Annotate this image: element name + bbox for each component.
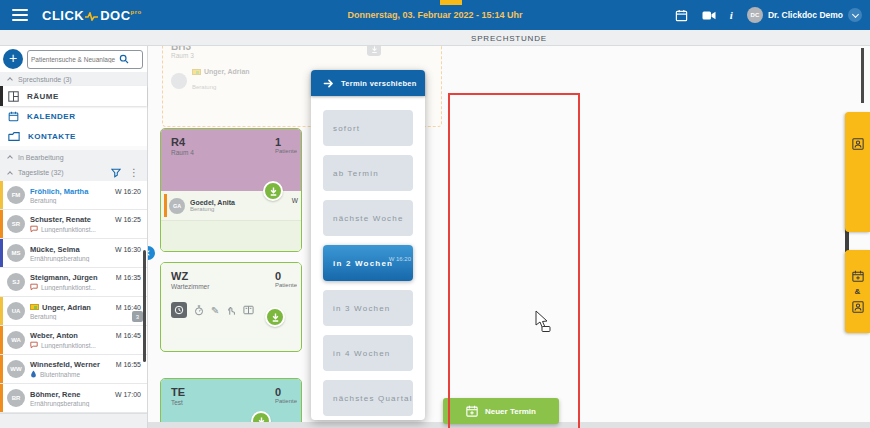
sidebar-item-kalender[interactable]: KALENDER (0, 106, 147, 126)
more-options-icon[interactable]: ⋮ (129, 167, 139, 178)
section-tagesliste[interactable]: Tagesliste (32) ⋮ (0, 164, 147, 181)
avatar: SR (7, 215, 25, 233)
option-ab-termin[interactable]: ab Termin (323, 155, 413, 191)
user-menu[interactable]: DC Dr. Clickdoc Demo (747, 7, 862, 23)
patient-note: Lungenfunktionst... (41, 342, 96, 349)
option-sofort[interactable]: sofort (323, 110, 413, 146)
list-item[interactable]: WA Weber, AntonM 16:45 Lungenfunktionst.… (0, 326, 147, 355)
info-icon[interactable]: i (730, 9, 733, 21)
speech-bubble-icon (30, 341, 38, 349)
top-bar: CLICK DOC pro Donnerstag, 03. Februar 20… (0, 0, 870, 30)
search-input[interactable] (31, 56, 119, 63)
avatar: UA (7, 302, 25, 320)
popup-title: Termin verschieben (341, 79, 417, 88)
new-appointment-button[interactable]: Neuer Termin (443, 398, 559, 424)
patient-day-list: FM Fröhlich, MarthaW 16:20 Beratung SR S… (0, 181, 147, 413)
list-item[interactable]: BR Böhmer, ReneW 17:00 Ernährungsberatun… (0, 384, 147, 413)
patient-note: Beratung (30, 197, 56, 204)
filter-icon[interactable] (111, 168, 121, 178)
patient-count-label: Patienten (275, 398, 297, 404)
video-camera-icon[interactable] (702, 10, 716, 21)
person-frame-icon (852, 301, 864, 313)
patient-count: 0 (275, 386, 297, 398)
view-header: SPRECHSTUNDE (0, 30, 870, 46)
room-card-te[interactable]: TE Test 0Patienten (160, 378, 302, 428)
patient-name: Steigmann, Jürgen (30, 273, 98, 282)
avatar: SJ (7, 273, 25, 291)
list-item[interactable]: SR Schuster, RenateW 16:25 Lungenfunktio… (0, 210, 147, 239)
room-name: Raum 3 (171, 52, 433, 59)
sidebar-scrollbar[interactable] (143, 250, 146, 362)
status-bar (164, 194, 167, 217)
list-item[interactable]: FM Fröhlich, MarthaW 16:20 Beratung (0, 181, 147, 210)
avatar: FM (7, 186, 25, 204)
status-bar (0, 181, 3, 209)
patient-search (27, 50, 143, 69)
mouse-cursor (534, 310, 551, 336)
room-card-r4[interactable]: R4 Raum 4 1Patienten GA Goedel, Anita Be… (160, 128, 302, 252)
patient-name: Fröhlich, Martha (30, 187, 88, 196)
option-naechste-woche[interactable]: nächste Woche (323, 200, 413, 236)
option-in-2-wochen[interactable]: in 2 Wochen W 16:20 (323, 245, 413, 281)
chevron-up-icon (7, 155, 13, 161)
page-title: SPRECHSTUNDE (148, 34, 870, 43)
patient-name: Schuster, Renate (30, 215, 91, 224)
patient-name: Böhmer, Rene (30, 390, 80, 399)
chevron-down-icon[interactable] (848, 8, 862, 22)
patient-note: Blutentnahme (40, 371, 80, 378)
calendar-plus-icon (852, 270, 864, 282)
option-in-4-wochen[interactable]: in 4 Wochen (323, 335, 413, 371)
status-bar (0, 297, 3, 325)
list-item[interactable]: MS Mücke, SelmaW 16:30 Ernährungsberatun… (0, 239, 147, 268)
patient-time: W 17:00 (115, 391, 141, 398)
chevron-up-icon (7, 171, 13, 177)
side-tab-appointment-and-patient[interactable]: & (845, 250, 870, 333)
stopwatch-icon[interactable] (194, 305, 204, 316)
add-patient-button[interactable]: + (3, 49, 23, 69)
blood-drop-icon (30, 370, 37, 378)
chevron-up-icon (7, 77, 13, 83)
side-tab-patient-call[interactable] (845, 112, 870, 232)
list-item[interactable]: SJ Steigmann, JürgenM 16:35 Lungenfunkti… (0, 268, 147, 297)
download-icon[interactable] (263, 181, 283, 201)
status-bar (0, 239, 3, 267)
patient-note: Ernährungsberatung (30, 400, 89, 407)
calendar-icon (8, 111, 19, 122)
download-icon[interactable] (265, 307, 285, 327)
notification-notch (440, 0, 462, 5)
flag-icon (192, 69, 201, 75)
rooms-board: BH3 Raum 3 Unger, Adrian Beratung R4 Rau… (148, 46, 870, 428)
board-icon[interactable] (243, 305, 254, 315)
ampersand-label: & (855, 287, 861, 296)
clickdoc-app: CLICK DOC pro Donnerstag, 03. Februar 20… (0, 0, 870, 428)
status-bar (0, 210, 3, 238)
flag-icon (30, 304, 39, 310)
room-card-wz[interactable]: WZ Wartezimmer 0Patienten ✎ (160, 262, 302, 352)
list-item[interactable]: UA Unger, AdrianM 16:40 Beratung 3 (0, 297, 147, 326)
pencil-icon[interactable]: ✎ (211, 305, 219, 316)
patient-time: W 16:20 (115, 188, 141, 195)
status-bar (0, 355, 3, 383)
list-item[interactable]: WW Winnesfeld, WernerM 16:55 Blutentnahm… (0, 355, 147, 384)
avatar: MS (7, 244, 25, 262)
section-sprechstunde[interactable]: Sprechstunde (3) (0, 72, 147, 86)
patient-count: 0 (275, 270, 297, 282)
rooms-icon (8, 91, 19, 102)
patient-time: M 16:55 (116, 361, 141, 368)
option-naechstes-quartal[interactable]: nächstes Quartal (323, 380, 413, 416)
speech-bubble-icon (30, 225, 38, 233)
patient-note: Beratung (190, 206, 235, 212)
section-in-bearbeitung[interactable]: In Bearbeitung (0, 150, 147, 164)
calendar-icon[interactable] (675, 9, 688, 22)
search-icon[interactable] (119, 54, 129, 64)
patient-time: M 16:40 (116, 304, 141, 311)
patient-time: W 16:30 (115, 246, 141, 253)
contacts-icon (8, 131, 20, 142)
vertical-scrollbar[interactable] (861, 48, 864, 103)
clock-icon[interactable] (171, 302, 187, 318)
sidebar-item-raeume[interactable]: RÄUME (0, 86, 147, 106)
sidebar-item-kontakte[interactable]: KONTAKTE (0, 126, 147, 146)
gesture-icon[interactable] (226, 305, 236, 316)
option-in-3-wochen[interactable]: in 3 Wochen (323, 290, 413, 326)
avatar: DC (747, 7, 763, 23)
